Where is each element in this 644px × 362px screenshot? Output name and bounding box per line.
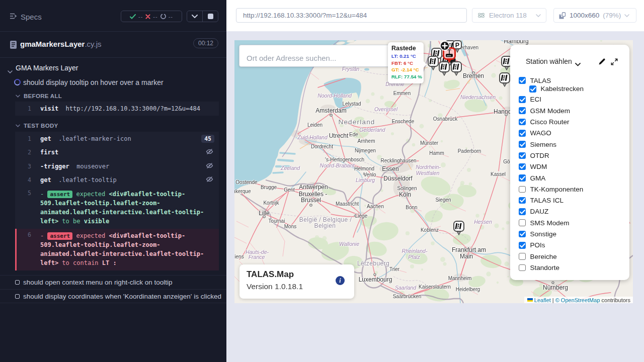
- map-label-region: Niedersachsen: [460, 94, 496, 100]
- chevron-down-icon: [16, 122, 20, 128]
- checkbox-checked[interactable]: [519, 96, 526, 103]
- assert-passed-row[interactable]: 5 - assert expected <div#leaflet-tooltip…: [15, 187, 219, 229]
- app-name: TALAS.Map: [247, 269, 294, 280]
- command-row-get[interactable]: 1 get .leaflet-marker-icon 45: [15, 132, 219, 146]
- map-label-city: Tournai: [269, 218, 285, 224]
- checkbox-unchecked[interactable]: [519, 253, 526, 260]
- chevron-down-icon: [624, 14, 629, 17]
- map-label-city: Ede: [349, 132, 358, 137]
- map-label-city2: Hamburg: [504, 40, 528, 45]
- assert-badge: assert: [47, 232, 72, 240]
- suite-row[interactable]: GMA Markers Layer: [0, 62, 226, 73]
- hook-test-body[interactable]: TEST BODY: [16, 122, 58, 129]
- map-label-region: Rheinland-: [402, 248, 428, 254]
- fullscreen-icon[interactable]: [610, 58, 618, 68]
- command-number: 1: [15, 105, 31, 112]
- leaflet-map[interactable]: P Rastede LT: 0.21 °CFBT: 6 °CGT: -2.14 …: [234, 40, 633, 303]
- search-input[interactable]: [239, 45, 390, 66]
- checkbox-unchecked[interactable]: [519, 264, 526, 272]
- checkbox-checked[interactable]: [519, 174, 526, 182]
- station-filter-label: OTDR: [530, 152, 549, 159]
- checkbox-checked[interactable]: [519, 163, 526, 170]
- sidebar-header: Specs -- -- --: [0, 0, 226, 32]
- map-label-city: Osnabrück: [433, 116, 457, 122]
- command-row-visit[interactable]: 1 visit http://192.168.10.33:3000/?m=12&…: [15, 102, 219, 116]
- url-bar[interactable]: http://192.168.10.33:3000/?m=12&u=484: [236, 8, 467, 23]
- command-row-get-tooltip[interactable]: 4 get .leaflet-tooltip: [15, 173, 219, 188]
- station-filter-item: GMA: [510, 172, 629, 184]
- stop-button[interactable]: [203, 11, 218, 22]
- viewport-icon: [558, 12, 566, 19]
- map-label-city: Oostende: [235, 179, 257, 185]
- station-select-label[interactable]: Station wählen: [526, 57, 572, 65]
- checkbox-checked[interactable]: [519, 242, 526, 249]
- map-label-city: Siegen: [435, 197, 451, 203]
- station-filter-list: TALASKabelstreckenECIGSM ModemCisco Rout…: [510, 75, 629, 274]
- map-label-city: Saarbrücken: [393, 294, 422, 299]
- checkbox-checked[interactable]: [519, 141, 526, 148]
- before-all-commands: 1 visit http://192.168.10.33:3000/?m=12&…: [15, 102, 219, 116]
- station-filter-item: WAGO: [510, 128, 629, 139]
- map-label-city2: Bremen: [463, 72, 484, 79]
- map-label-city: Kaiserslautern: [419, 284, 451, 290]
- checkbox-unchecked[interactable]: [519, 219, 526, 226]
- checkbox-checked[interactable]: [529, 85, 536, 93]
- invisible-eye-icon: [206, 176, 213, 184]
- specs-menu-icon[interactable]: [10, 13, 18, 20]
- map-label-region: Overijssel: [374, 106, 397, 112]
- map-attribution: Leaflet | © OpenStreetMap contributors: [524, 297, 633, 303]
- checkbox-checked[interactable]: [519, 77, 526, 84]
- command-number: 2: [15, 149, 31, 156]
- checkbox-checked[interactable]: [519, 119, 526, 126]
- edit-icon[interactable]: [598, 58, 606, 67]
- map-label-region: Noord-Brabant: [320, 162, 355, 168]
- checkbox-checked[interactable]: [519, 152, 526, 159]
- element-count-badge: 45: [201, 135, 214, 143]
- info-button[interactable]: i: [336, 276, 345, 285]
- map-label-city: Venlo: [363, 172, 376, 177]
- map-label-region: Saarland: [395, 285, 416, 291]
- checkbox-checked[interactable]: [519, 130, 526, 137]
- hook-before-all[interactable]: BEFORE ALL: [16, 93, 62, 99]
- station-filter-label: TALAS ICL: [530, 197, 564, 204]
- pending-tests: should open context menu on right-click …: [0, 275, 226, 303]
- leaflet-link[interactable]: Leaflet: [534, 297, 551, 303]
- map-label-region: Gelderland: [359, 127, 385, 133]
- command-number: 5: [15, 187, 31, 197]
- station-panel-header: Station wählen: [510, 56, 629, 69]
- checkbox-checked[interactable]: [519, 231, 526, 238]
- map-label-city2: Nürnberg: [543, 284, 568, 291]
- pending-test-row[interactable]: should open context menu on right-click …: [0, 275, 226, 289]
- map-label-city: Koblenz: [421, 227, 439, 233]
- map-label-city: Gent: [284, 187, 295, 193]
- osm-link[interactable]: © OpenStreetMap: [555, 297, 600, 303]
- browser-selector[interactable]: Electron 118: [472, 8, 546, 23]
- chevron-down-icon[interactable]: [575, 59, 581, 68]
- preview-topbar: http://192.168.10.33:3000/?m=12&u=484 El…: [226, 0, 644, 32]
- spec-file-row[interactable]: gmaMarkersLayer.cy.js 00:12: [0, 32, 226, 58]
- restarted-count: --: [169, 14, 173, 20]
- map-label-region: Nordrhein-: [416, 164, 441, 170]
- invisible-eye-icon: [206, 149, 213, 156]
- checkbox-checked[interactable]: [519, 107, 526, 114]
- map-label-city2: Amsterdam: [315, 107, 346, 114]
- command-row-trigger[interactable]: 3 -trigger mouseover: [15, 159, 219, 173]
- command-row-first[interactable]: 2 first: [15, 146, 219, 160]
- command-name: get: [40, 176, 51, 184]
- viewport-selector[interactable]: 1000x660 (79%): [553, 8, 636, 23]
- failed-count: --: [153, 14, 157, 20]
- browser-name: Electron 118: [489, 12, 532, 19]
- checkbox-checked[interactable]: [519, 197, 526, 204]
- map-label-city2: Luxembourg: [359, 276, 392, 283]
- checkbox-checked[interactable]: [519, 208, 526, 215]
- checkbox-unchecked[interactable]: [519, 186, 526, 193]
- station-filter-label: DAUZ: [530, 208, 549, 215]
- assert-failed-row[interactable]: 6 - assert expected <div#leaflet-tooltip…: [15, 229, 219, 270]
- map-label-city: Mons: [284, 224, 296, 229]
- pending-test-row[interactable]: should display coordinates when 'Koordin…: [0, 289, 226, 303]
- collapse-button[interactable]: [187, 11, 202, 22]
- failed-icon: [145, 14, 150, 19]
- station-filter-item: TK-Komponenten: [510, 184, 629, 195]
- running-test-row[interactable]: should display tooltip on hover over a m…: [0, 77, 226, 88]
- map-label-city: Mannheim: [448, 276, 472, 281]
